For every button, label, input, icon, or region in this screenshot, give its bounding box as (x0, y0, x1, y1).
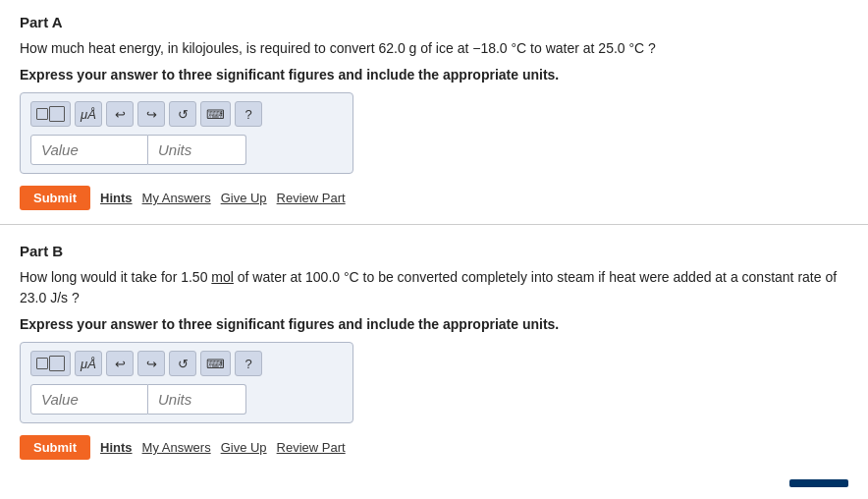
part-a-submit-button[interactable]: Submit (20, 186, 90, 210)
part-b-express: Express your answer to three significant… (20, 316, 848, 332)
refresh-icon: ↺ (178, 107, 189, 122)
part-a-my-answers-link[interactable]: My Answers (142, 191, 211, 205)
part-a-mu-btn[interactable]: μÅ (75, 101, 102, 127)
large-square-icon-b (49, 356, 65, 371)
part-b-submit-label: Submit (33, 440, 77, 455)
part-a-give-up-link[interactable]: Give Up (221, 191, 267, 205)
large-square-icon (49, 106, 65, 122)
part-a-undo-btn[interactable]: ↩ (106, 101, 134, 127)
refresh-icon-b: ↺ (178, 357, 189, 371)
small-square-icon-b (36, 358, 48, 369)
redo-icon-b: ↪ (146, 357, 157, 371)
part-a-submit-label: Submit (33, 191, 77, 205)
part-a-hints-link[interactable]: Hints (100, 191, 133, 205)
part-a-value-input[interactable] (30, 135, 148, 165)
small-square-icon (36, 108, 48, 120)
keyboard-icon-b: ⌨ (206, 357, 225, 371)
bottom-nav (789, 479, 848, 487)
part-b-mu-btn[interactable]: μÅ (75, 351, 102, 376)
part-b-input-box: μÅ ↩ ↪ ↺ ⌨ ? (20, 342, 353, 423)
mu-label: μÅ (81, 107, 96, 122)
part-a-value-units-row (30, 135, 343, 165)
help-label-b: ? (244, 357, 251, 371)
part-a-section: Part A How much heat energy, in kilojoul… (0, 0, 868, 220)
undo-icon-b: ↩ (115, 357, 126, 371)
part-b-value-units-row (30, 384, 343, 415)
part-b-keyboard-btn[interactable]: ⌨ (200, 351, 231, 376)
part-a-toolbar: μÅ ↩ ↪ ↺ ⌨ ? (30, 101, 343, 127)
part-b-give-up-link[interactable]: Give Up (221, 440, 267, 455)
part-b-toolbar: μÅ ↩ ↪ ↺ ⌨ ? (30, 351, 343, 376)
part-b-hints-link[interactable]: Hints (100, 440, 133, 455)
part-b-review-link[interactable]: Review Part (277, 440, 346, 455)
mu-label-b: μÅ (81, 357, 96, 371)
nav-bar (789, 479, 848, 487)
part-a-input-box: μÅ ↩ ↪ ↺ ⌨ ? (20, 92, 353, 174)
part-b-submit-button[interactable]: Submit (20, 435, 90, 460)
icon-pair (36, 106, 65, 122)
help-label: ? (244, 107, 251, 122)
part-a-redo-btn[interactable]: ↪ (137, 101, 165, 127)
part-a-units-input[interactable] (148, 135, 246, 165)
part-a-action-row: Submit Hints My Answers Give Up Review P… (20, 186, 848, 210)
part-a-reset-btn[interactable]: ↺ (169, 101, 196, 127)
part-b-icon-pair-btn[interactable] (30, 351, 71, 376)
part-a-icon-pair-btn[interactable] (30, 101, 71, 127)
part-a-keyboard-btn[interactable]: ⌨ (200, 101, 231, 127)
part-b-action-row: Submit Hints My Answers Give Up Review P… (20, 435, 848, 460)
part-b-help-btn[interactable]: ? (235, 351, 262, 376)
icon-pair-b (36, 356, 65, 371)
part-b-value-input[interactable] (30, 384, 148, 415)
redo-icon: ↪ (146, 107, 157, 122)
part-b-reset-btn[interactable]: ↺ (169, 351, 196, 376)
part-b-title: Part B (20, 243, 848, 259)
part-b-redo-btn[interactable]: ↪ (137, 351, 165, 376)
part-a-question: How much heat energy, in kilojoules, is … (20, 38, 848, 59)
section-divider (0, 224, 868, 225)
keyboard-icon: ⌨ (206, 107, 225, 122)
part-a-review-link[interactable]: Review Part (277, 191, 346, 205)
part-a-help-btn[interactable]: ? (235, 101, 262, 127)
part-b-question: How long would it take for 1.50 mol of w… (20, 267, 848, 308)
part-a-title: Part A (20, 14, 848, 30)
part-b-units-input[interactable] (148, 384, 246, 415)
part-b-section: Part B How long would it take for 1.50 m… (0, 229, 868, 470)
undo-icon: ↩ (115, 107, 126, 122)
part-b-undo-btn[interactable]: ↩ (106, 351, 134, 376)
part-b-my-answers-link[interactable]: My Answers (142, 440, 211, 455)
part-a-express: Express your answer to three significant… (20, 67, 848, 83)
